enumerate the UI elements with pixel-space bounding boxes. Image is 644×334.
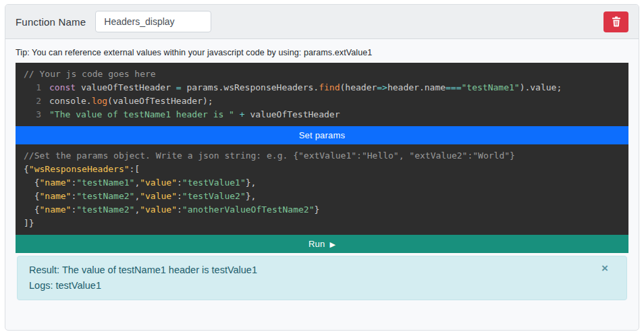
line-number: 2: [24, 94, 41, 108]
card-header: Function Name: [5, 5, 639, 39]
code-line: ]}: [24, 217, 620, 230]
function-editor-card: Function Name Tip: You can reference ext…: [5, 4, 639, 331]
line-number: 1: [24, 81, 41, 94]
set-params-button[interactable]: Set params: [16, 126, 628, 144]
close-icon[interactable]: ×: [601, 262, 608, 274]
params-json-editor[interactable]: //Set the params object. Write a json st…: [16, 144, 628, 235]
js-editor-placeholder-comment: // Your js code goes here: [24, 67, 620, 81]
params-editor-lines: {"wsResponseHeaders":[ {"name":"testName…: [24, 163, 620, 230]
code-line: {"name":"testName1","value":"testValue1"…: [24, 176, 620, 190]
logs-line: Logs: testValue1: [29, 278, 594, 294]
trash-icon: [612, 16, 621, 27]
code-line: {"name":"testName2","value":"anotherValu…: [24, 203, 620, 217]
run-button[interactable]: Run▶: [16, 235, 628, 253]
tip-text: Tip: You can reference external values w…: [16, 48, 628, 57]
code-line: 3"The value of testName1 header is " + v…: [24, 108, 620, 121]
js-editor-lines: 1const valueOfTestHeader = params.wsResp…: [24, 81, 620, 121]
line-number: 3: [24, 108, 41, 121]
code-line: 2console.log(valueOfTestHeader);: [24, 94, 620, 108]
result-line: Result: The value of testName1 header is…: [29, 262, 594, 278]
code-line: {"name":"testName2","value":"testValue2"…: [24, 190, 620, 203]
params-editor-placeholder-comment: //Set the params object. Write a json st…: [24, 149, 620, 163]
code-line: 1const valueOfTestHeader = params.wsResp…: [24, 81, 620, 94]
js-code-editor[interactable]: // Your js code goes here 1const valueOf…: [16, 63, 628, 126]
run-button-label: Run: [308, 239, 325, 249]
delete-function-button[interactable]: [603, 11, 628, 32]
result-panel: Result: The value of testName1 header is…: [17, 256, 627, 300]
play-icon: ▶: [329, 240, 336, 248]
code-line: {"wsResponseHeaders":[: [24, 163, 620, 176]
function-name-input[interactable]: [95, 11, 211, 32]
function-name-label: Function Name: [16, 16, 86, 28]
card-body: Tip: You can reference external values w…: [5, 39, 639, 300]
